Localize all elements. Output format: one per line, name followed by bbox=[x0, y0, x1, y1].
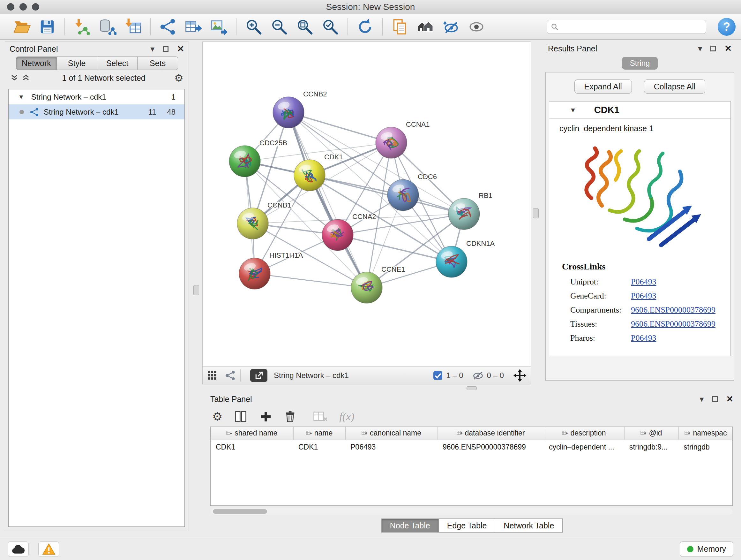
open-session-button[interactable] bbox=[9, 16, 35, 38]
float-panel-icon[interactable] bbox=[163, 46, 169, 52]
float-panel-icon[interactable] bbox=[711, 46, 716, 51]
cloud-status-button[interactable] bbox=[8, 542, 29, 557]
zoom-fit-icon bbox=[296, 18, 314, 36]
column-header-canonical-name[interactable]: canonical name bbox=[345, 427, 437, 440]
search-input[interactable] bbox=[562, 22, 702, 31]
network-node-HIST1H1A[interactable] bbox=[239, 258, 270, 289]
table-options-gear-icon[interactable]: ⚙ bbox=[212, 410, 222, 423]
import-network-from-file-button[interactable] bbox=[69, 16, 95, 38]
network-label: String Network – cdk1 bbox=[44, 108, 137, 117]
network-collection-row[interactable]: ▼ String Network – cdk1 1 bbox=[9, 89, 185, 105]
network-node-RB1[interactable] bbox=[448, 198, 480, 230]
help-button[interactable]: ? bbox=[718, 18, 736, 36]
network-node-CCNB1[interactable] bbox=[237, 208, 268, 239]
minimize-window-button[interactable] bbox=[19, 3, 27, 10]
network-node-CCNA2[interactable] bbox=[322, 219, 353, 251]
toolbar-separator bbox=[150, 18, 151, 36]
column-header-database-identifier[interactable]: database identifier bbox=[437, 427, 544, 440]
memory-button[interactable]: Memory bbox=[680, 542, 733, 557]
network-node-CCNE1[interactable] bbox=[351, 272, 382, 303]
network-edit-button[interactable] bbox=[155, 16, 181, 38]
table-row[interactable]: CDK1CDK1P064939606.ENSP00000378699cyclin… bbox=[211, 440, 733, 454]
network-node-CCNB2[interactable] bbox=[273, 97, 304, 128]
function-builder-button-disabled[interactable]: f(x) bbox=[339, 411, 354, 423]
network-options-gear-icon[interactable]: ⚙ bbox=[174, 72, 184, 84]
network-node-CDKN1A[interactable] bbox=[436, 246, 467, 277]
column-header-namespac[interactable]: namespac bbox=[678, 427, 733, 440]
grid-view-button[interactable] bbox=[207, 370, 217, 381]
zoom-fit-content-button[interactable] bbox=[292, 16, 318, 38]
float-panel-icon[interactable] bbox=[712, 396, 718, 402]
tab-edge-table[interactable]: Edge Table bbox=[439, 518, 495, 533]
network-nodes-icon bbox=[159, 18, 177, 36]
hidden-eye-slash-icon[interactable] bbox=[472, 370, 484, 381]
tab-select[interactable]: Select bbox=[97, 57, 138, 70]
import-table-from-file-button[interactable] bbox=[120, 16, 146, 38]
network-node-CDC6[interactable] bbox=[387, 179, 419, 211]
birdseye-view-button[interactable] bbox=[225, 370, 236, 381]
tab-network[interactable]: Network bbox=[16, 57, 57, 70]
add-column-button[interactable] bbox=[259, 410, 272, 423]
tab-string[interactable]: String bbox=[622, 57, 658, 70]
tab-sets[interactable]: Sets bbox=[137, 57, 178, 70]
tab-style[interactable]: Style bbox=[57, 57, 97, 70]
crosslink-uniprot[interactable]: P06493 bbox=[631, 277, 656, 287]
disclosure-triangle-icon[interactable]: ▼ bbox=[18, 94, 24, 101]
close-panel-icon[interactable]: ✕ bbox=[177, 44, 184, 54]
splitter-handle-right[interactable] bbox=[533, 208, 539, 219]
zoom-in-button[interactable] bbox=[241, 16, 266, 38]
network-node-CDK1[interactable] bbox=[294, 160, 325, 191]
crosslink-tissues[interactable]: 9606.ENSP00000378699 bbox=[631, 319, 716, 329]
splitter-handle-left[interactable] bbox=[193, 285, 199, 295]
protein-card-header[interactable]: ▼ CDK1 bbox=[549, 102, 731, 119]
zoom-selected-button[interactable] bbox=[318, 16, 343, 38]
horizontal-scrollbar[interactable] bbox=[210, 508, 733, 515]
delete-table-button-disabled[interactable] bbox=[313, 410, 328, 423]
selected-checkbox-icon[interactable] bbox=[433, 370, 443, 381]
column-header-shared-name[interactable]: shared name bbox=[211, 427, 293, 440]
export-image-button[interactable] bbox=[206, 16, 232, 38]
disclosure-triangle-icon[interactable]: ▼ bbox=[569, 106, 576, 114]
import-network-from-database-button[interactable] bbox=[95, 16, 120, 38]
crosslink-compartments[interactable]: 9606.ENSP00000378699 bbox=[631, 305, 716, 315]
search-box[interactable] bbox=[547, 20, 706, 34]
column-header--id[interactable]: @id bbox=[624, 427, 678, 440]
network-row[interactable]: String Network – cdk1 11 48 bbox=[9, 105, 185, 119]
network-graph[interactable]: CCNB2CCNA1CDC25BCDK1CDC6RB1CCNB1CCNA2CDK… bbox=[203, 42, 531, 366]
save-session-button[interactable] bbox=[35, 16, 60, 38]
expand-all-icon[interactable] bbox=[22, 74, 30, 82]
network-node-CDC25B[interactable] bbox=[229, 145, 260, 177]
network-canvas[interactable]: CCNB2CCNA1CDC25BCDK1CDC6RB1CCNB1CCNA2CDK… bbox=[202, 42, 531, 367]
close-window-button[interactable] bbox=[7, 3, 14, 10]
splitter-handle-bottom[interactable] bbox=[467, 386, 477, 390]
tab-node-table[interactable]: Node Table bbox=[381, 518, 439, 533]
warning-button[interactable] bbox=[38, 542, 59, 557]
crosslink-genecard[interactable]: P06493 bbox=[631, 291, 656, 301]
panel-menu-icon[interactable]: ▾ bbox=[699, 394, 704, 404]
home-layout-button[interactable] bbox=[413, 16, 438, 38]
collapse-all-button[interactable]: Collapse All bbox=[644, 79, 705, 94]
move-crosshair-icon[interactable] bbox=[514, 369, 526, 382]
zoom-out-button[interactable] bbox=[266, 16, 292, 38]
tab-network-table[interactable]: Network Table bbox=[495, 518, 562, 533]
close-panel-icon[interactable]: ✕ bbox=[726, 394, 733, 404]
document-pages-button[interactable] bbox=[387, 16, 413, 38]
network-node-CCNA1[interactable] bbox=[376, 127, 407, 159]
column-header-name[interactable]: name bbox=[293, 427, 345, 440]
delete-column-button[interactable] bbox=[284, 410, 297, 423]
panel-menu-icon[interactable]: ▾ bbox=[698, 44, 702, 54]
collapse-all-icon[interactable] bbox=[10, 74, 18, 82]
export-table-button[interactable] bbox=[181, 16, 206, 38]
panel-menu-icon[interactable]: ▾ bbox=[150, 44, 154, 54]
column-header-description[interactable]: description bbox=[544, 427, 624, 440]
zoom-window-button[interactable] bbox=[32, 3, 39, 10]
refresh-view-button[interactable] bbox=[352, 16, 378, 38]
show-columns-button[interactable] bbox=[234, 410, 248, 424]
scrollbar-thumb[interactable] bbox=[213, 509, 267, 514]
eye-button[interactable] bbox=[464, 16, 489, 38]
expand-all-button[interactable]: Expand All bbox=[575, 79, 632, 94]
open-in-new-window-button[interactable] bbox=[250, 369, 267, 382]
show-hide-graphic-details-button[interactable] bbox=[438, 16, 464, 38]
crosslink-pharos[interactable]: P06493 bbox=[631, 333, 656, 343]
close-panel-icon[interactable]: ✕ bbox=[724, 44, 732, 54]
